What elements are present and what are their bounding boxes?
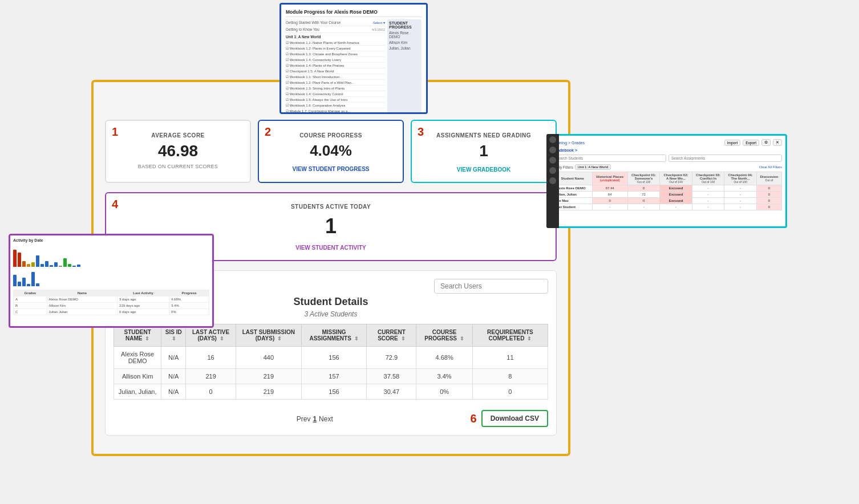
average-score-card: 1 AVERAGE SCORE 46.98 BASED ON CURRENT S… xyxy=(105,120,251,183)
grades-controls xyxy=(553,155,782,162)
col-last-submission[interactable]: LAST SUBMISSION (DAYS) ⇕ xyxy=(236,324,302,347)
mp-row-getting-started: Getting Started With Your Course Select … xyxy=(286,19,385,26)
sidebar-icon-2 xyxy=(549,147,556,153)
course-progress-label: COURSE PROGRESS xyxy=(267,132,395,139)
average-score-subtitle: BASED ON CURRENT SCORES xyxy=(114,164,242,169)
grades-col-historical[interactable]: Historical Places(unduplicated) xyxy=(592,172,627,185)
cell-score: 30.47 xyxy=(367,384,416,400)
cell-missing: 156 xyxy=(301,384,367,400)
mp-row-getting-know: Getting to Know You 4/1/2002 xyxy=(286,26,385,33)
view-gradebook-link[interactable]: VIEW GRADEBOOK xyxy=(457,166,510,173)
cell-sis-id: N/A xyxy=(161,384,186,400)
activity-overlay: Activity by Date xyxy=(9,234,214,328)
cell-score: 37.58 xyxy=(367,369,416,384)
sidebar-icon-1 xyxy=(549,136,556,143)
search-users-input[interactable] xyxy=(434,279,548,294)
cell-progress: 0% xyxy=(416,384,472,400)
activity-row: CJulian Julian0 days ago0% xyxy=(14,309,209,315)
stat-number-2: 2 xyxy=(265,125,271,139)
grades-top-bar: Training > Grades Import Export ⚙ ✕ xyxy=(553,139,782,146)
sidebar-icon-4 xyxy=(549,167,556,174)
stat-number-1: 1 xyxy=(112,125,118,139)
grades-row: Eve Mac 0 0 Excused - - 0 xyxy=(553,198,782,204)
activity-section-number: 4 xyxy=(112,198,118,211)
cell-req: 11 xyxy=(472,347,548,369)
grades-col-cp01[interactable]: Checkpoint 01:Someone'sOut of 100 xyxy=(627,172,660,185)
activity-row: AAlexis Rose DEMO3 days ago4.68% xyxy=(14,296,209,303)
table-row: Julian, Julian, N/A 0 219 156 30.47 0% 0 xyxy=(114,384,548,400)
cell-last-active: 219 xyxy=(186,369,236,384)
download-csv-button[interactable]: Download CSV xyxy=(481,410,548,427)
cell-last-submission: 440 xyxy=(236,347,302,369)
grades-row: Julian, Julian 64 72 Excused - - 0 xyxy=(553,192,782,198)
cell-missing: 157 xyxy=(301,369,367,384)
cell-last-submission: 219 xyxy=(236,384,302,400)
cell-student-name: Allison Kim xyxy=(114,369,161,384)
activity-overlay-title: Activity by Date xyxy=(13,238,209,242)
grades-search-students[interactable] xyxy=(553,155,666,162)
assignments-grading-value: 1 xyxy=(420,142,548,160)
filter-unit-button[interactable]: Unit 1: A New World xyxy=(575,164,611,170)
view-student-progress-link[interactable]: VIEW STUDENT PROGRESS xyxy=(292,166,369,172)
grades-col-cp02[interactable]: Checkpoint 02:A New Wo...Out of 100 xyxy=(660,172,692,185)
pagination-prev[interactable]: Prev xyxy=(297,415,311,423)
grades-row: Alexis Rose DEMO 67.44 0 Excused - - 0 xyxy=(553,185,782,192)
cell-student-name: Alexis Rose DEMO xyxy=(114,347,161,369)
average-score-value: 46.98 xyxy=(114,142,242,160)
stats-row: 1 AVERAGE SCORE 46.98 BASED ON CURRENT S… xyxy=(105,120,557,183)
section-number-6: 6 xyxy=(471,412,477,425)
grades-col-discussion[interactable]: DiscussionOut of xyxy=(756,172,781,185)
clear-all-filters[interactable]: Clear All Filters xyxy=(759,165,782,169)
col-requirements-completed[interactable]: REQUIREMENTS COMPLETED ⇕ xyxy=(472,324,548,347)
download-area: 6 Download CSV xyxy=(471,410,548,427)
cell-missing: 156 xyxy=(301,347,367,369)
grades-col-cp03[interactable]: Checkpoint 03:Conflict InOut of 100 xyxy=(692,172,724,185)
col-course-progress[interactable]: COURSE PROGRESS ⇕ xyxy=(416,324,472,347)
module-progress-title: Module Progress for Alexis Rose DEMO xyxy=(286,9,422,17)
assignments-grading-card: 3 ASSIGNMENTS NEED GRADING 1 VIEW GRADEB… xyxy=(411,120,557,183)
course-progress-card: 2 COURSE PROGRESS 4.04% VIEW STUDENT PRO… xyxy=(258,120,404,183)
sidebar-icon-3 xyxy=(549,157,556,164)
cell-last-active: 0 xyxy=(186,384,236,400)
students-active-label: STUDENTS ACTIVE TODAY xyxy=(114,204,548,210)
grades-sidebar-strip xyxy=(546,134,559,228)
grades-filter-bar: Apply Filters Unit 1: A New World Clear … xyxy=(553,164,782,170)
gradebook-label[interactable]: Gradebook > xyxy=(553,148,782,152)
grades-col-cp04[interactable]: Checkpoint 04:The North...Out of 100 xyxy=(724,172,757,185)
activity-mini-table: Grades Name Last Activity Progress AAlex… xyxy=(13,290,209,315)
cell-student-name: Julian, Julian, xyxy=(114,384,161,400)
col-current-score[interactable]: CURRENT SCORE ⇕ xyxy=(367,324,416,347)
table-row: Alexis Rose DEMO N/A 16 440 156 72.9 4.6… xyxy=(114,347,548,369)
sidebar-icon-5 xyxy=(549,177,556,184)
cell-sis-id: N/A xyxy=(161,347,186,369)
cell-req: 8 xyxy=(472,369,548,384)
cell-sis-id: N/A xyxy=(161,369,186,384)
grades-nav: Training > Grades xyxy=(553,141,722,145)
cell-score: 72.9 xyxy=(367,347,416,369)
grades-header-row: Student Name Historical Places(unduplica… xyxy=(553,172,782,185)
grades-search-assignments[interactable] xyxy=(668,155,782,162)
col-missing-assignments[interactable]: MISSING ASSIGNMENTS ⇕ xyxy=(301,324,367,347)
view-student-activity-link[interactable]: VIEW STUDENT ACTIVITY xyxy=(295,245,366,251)
close-button[interactable]: ✕ xyxy=(773,139,782,146)
settings-button[interactable]: ⚙ xyxy=(761,139,771,146)
activity-row: BAllison Kim219 days ago3.4% xyxy=(14,303,209,309)
cell-progress: 3.4% xyxy=(416,369,472,384)
cell-progress: 4.68% xyxy=(416,347,472,369)
module-progress-overlay: Module Progress for Alexis Rose DEMO Get… xyxy=(279,3,428,114)
pagination: Prev 1 Next xyxy=(297,415,333,423)
pagination-current[interactable]: 1 xyxy=(313,415,317,423)
export-button[interactable]: Export xyxy=(743,140,759,146)
grades-table: Student Name Historical Places(unduplica… xyxy=(553,172,782,210)
import-button[interactable]: Import xyxy=(724,140,740,146)
stat-number-3: 3 xyxy=(418,125,424,139)
average-score-label: AVERAGE SCORE xyxy=(114,132,242,139)
assignments-grading-label: ASSIGNMENTS NEED GRADING xyxy=(420,132,548,139)
course-progress-value: 4.04% xyxy=(267,142,395,160)
grades-row: Test Student - - - - - 0 xyxy=(553,204,782,210)
cell-last-active: 16 xyxy=(186,347,236,369)
cell-last-submission: 219 xyxy=(236,369,302,384)
pagination-next[interactable]: Next xyxy=(319,415,333,423)
cell-req: 0 xyxy=(472,384,548,400)
grades-overlay: Training > Grades Import Export ⚙ ✕ Grad… xyxy=(548,134,787,228)
